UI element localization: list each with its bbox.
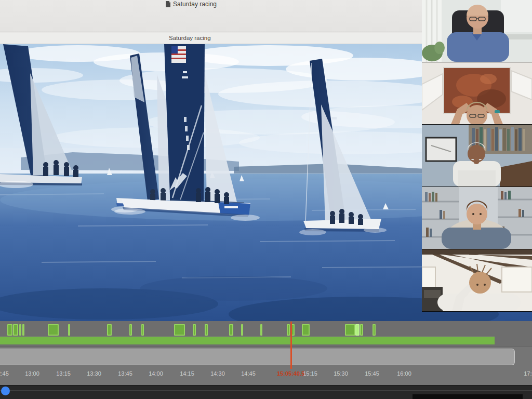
window-title-bar[interactable]: Saturday racing	[0, 33, 422, 44]
clip-segment[interactable]	[205, 324, 208, 336]
clip-segment[interactable]	[345, 324, 355, 336]
clip-segment[interactable]	[193, 324, 196, 336]
clip-segment[interactable]	[287, 324, 290, 336]
ruler-tick-label: 15:30	[332, 370, 350, 377]
ruler-tick-label: 14:15	[178, 370, 196, 377]
menu-bar: Saturday racing	[0, 0, 422, 32]
participant-video-5[interactable]	[422, 249, 532, 311]
clip-segment[interactable]	[241, 324, 243, 336]
video-file-icon	[165, 1, 170, 7]
clip-segment[interactable]	[107, 324, 112, 336]
timeline-zoom-band[interactable]	[0, 349, 515, 365]
ruler-tick-label: 14:45	[240, 370, 257, 377]
participant-4-frame	[422, 187, 532, 249]
clip-segment[interactable]	[360, 324, 363, 336]
ruler-tick-label: 15:45	[363, 370, 381, 377]
clip-segment[interactable]	[19, 324, 21, 336]
time-ruler[interactable]: 12:4513:0013:1513:3013:4514:0014:1514:30…	[0, 346, 532, 385]
menu-item-saturday-racing[interactable]: Saturday racing	[165, 0, 217, 8]
clip-segment[interactable]	[68, 324, 70, 336]
screen: Saturday racing Saturday racing	[0, 0, 532, 399]
clip-segment[interactable]	[260, 324, 262, 336]
clip-segment[interactable]	[48, 324, 59, 336]
ruler-tick-label: 14:00	[147, 370, 165, 377]
participant-video-4[interactable]	[422, 187, 532, 249]
participant-video-3[interactable]	[422, 125, 532, 187]
scroll-slider-handle[interactable]	[1, 387, 10, 395]
participant-1-frame	[422, 0, 532, 62]
ruler-tick-label: 13:15	[55, 370, 72, 377]
clip-segment[interactable]	[13, 324, 18, 336]
ruler-tick-label: 14:30	[209, 370, 227, 377]
scroll-slider-track[interactable]	[0, 390, 532, 391]
clip-segment[interactable]	[229, 324, 233, 336]
menu-item-label: Saturday racing	[173, 1, 217, 8]
playhead-time-label: 15:05:40.5	[277, 370, 304, 377]
timestamp-overlay: 2020-08-24 12:17:52	[413, 394, 523, 399]
ruler-tick-label: 17:00	[522, 370, 532, 377]
clip-segment[interactable]	[22, 324, 24, 336]
clip-segment[interactable]	[174, 324, 185, 336]
clip-track[interactable]	[0, 321, 532, 346]
clip-segment[interactable]	[355, 324, 360, 336]
ruler-tick-label: 13:00	[23, 370, 41, 377]
participant-5-frame	[422, 249, 532, 311]
clip-segment[interactable]	[7, 324, 12, 336]
timeline: 12:4513:0013:1513:3013:4514:0014:1514:30…	[0, 321, 532, 399]
participant-2-frame	[422, 62, 532, 124]
timeline-coverage-bar[interactable]	[0, 337, 495, 344]
participant-video-1[interactable]	[422, 0, 532, 62]
ruler-tick-label: 13:30	[85, 370, 103, 377]
participant-video-2[interactable]	[422, 62, 532, 124]
ruler-tick-label: 12:45	[0, 370, 10, 377]
playhead[interactable]	[290, 322, 292, 369]
ruler-tick-label: 16:00	[395, 370, 413, 377]
participant-sidebar	[422, 0, 532, 312]
participant-3-frame	[422, 125, 532, 187]
clip-segment[interactable]	[141, 324, 144, 336]
clip-segment[interactable]	[129, 324, 132, 336]
clip-segment[interactable]	[373, 324, 376, 336]
clip-segment[interactable]	[302, 324, 310, 336]
sail-flag	[171, 46, 186, 63]
window-title: Saturday racing	[169, 35, 211, 41]
ruler-tick-label: 13:45	[116, 370, 134, 377]
